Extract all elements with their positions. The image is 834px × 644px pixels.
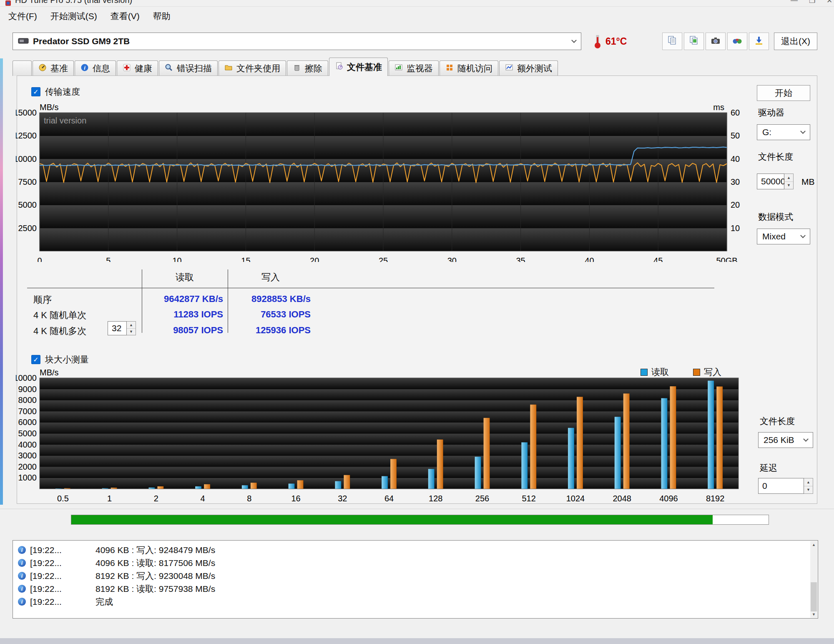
svg-text:10000: 10000 (16, 154, 37, 164)
sequential-write-value: 8928853 KB/s (227, 294, 311, 304)
exit-button[interactable]: 退出(X) (774, 33, 817, 50)
log-entry[interactable]: i[19:22...4096 KB : 读取: 8177506 MB/s (13, 556, 818, 569)
svg-text:32: 32 (338, 494, 347, 501)
queue-depth-spinner[interactable]: 32 ▲▼ (108, 321, 136, 335)
file-length-spinner[interactable]: 50000 ▲▼ (757, 174, 794, 189)
log-entry[interactable]: i[19:22...完成 (13, 595, 818, 608)
tab-label: 擦除 (305, 63, 322, 74)
info-icon: i (18, 598, 26, 606)
menu-file[interactable]: 文件(F) (2, 8, 44, 25)
drive-select-combo[interactable]: Predator SSD GM9 2TB (13, 33, 581, 50)
sequential-read-value: 9642877 KB/s (140, 294, 223, 304)
svg-text:trial version: trial version (44, 116, 86, 125)
log-entry[interactable]: i[19:22...8192 KB : 读取: 9757938 MB/s (13, 582, 818, 595)
spin-up-icon[interactable]: ▲ (784, 174, 793, 182)
svg-text:8: 8 (247, 494, 251, 501)
row-label-4k-multi: 4 K 随机多次 (33, 325, 86, 337)
info-icon: i (18, 546, 26, 554)
minimize-button[interactable]: — (791, 0, 798, 5)
svg-text:MB/s: MB/s (40, 104, 59, 112)
spin-up-icon[interactable]: ▲ (804, 478, 813, 486)
log-message: 4096 KB : 写入: 9248479 MB/s (95, 544, 215, 556)
log-timestamp: [19:22... (30, 571, 83, 581)
spin-up-icon[interactable]: ▲ (127, 322, 136, 329)
progress-bar (71, 515, 769, 525)
tab-info[interactable]: i信息 (75, 60, 116, 76)
tab-folder-usage[interactable]: 文件夹使用 (219, 60, 286, 76)
svg-text:40: 40 (585, 256, 594, 262)
spin-down-icon[interactable]: ▼ (127, 329, 136, 335)
scroll-down-icon[interactable]: ▼ (810, 611, 817, 618)
menu-help[interactable]: 帮助 (146, 8, 177, 25)
save-results-button[interactable] (749, 33, 769, 50)
tab-erase[interactable]: 擦除 (287, 60, 328, 76)
menu-view[interactable]: 查看(V) (104, 8, 146, 25)
tab-benchmark[interactable]: 基准 (33, 60, 74, 76)
block-file-length-label: 文件长度 (760, 415, 795, 427)
4k-single-read-value: 11283 IOPS (140, 309, 223, 320)
svg-text:7000: 7000 (18, 407, 37, 416)
tab-random-access[interactable]: 随机访问 (440, 60, 498, 76)
log-entry[interactable]: i[19:22...8192 KB : 写入: 9230048 MB/s (13, 569, 818, 582)
tab-label: 文件基准 (347, 61, 382, 73)
tab-extra-tests[interactable]: 额外测试 (499, 60, 558, 76)
ssd-icon (18, 36, 29, 46)
close-button[interactable]: ✕ (826, 0, 832, 5)
drive-letter-combo[interactable]: G: (757, 124, 810, 140)
queue-depth-value[interactable]: 32 (108, 321, 127, 335)
log-scrollbar[interactable]: ▲ ▼ (810, 541, 817, 618)
svg-text:i: i (84, 65, 85, 71)
log-timestamp: [19:22... (30, 597, 83, 607)
tab-error-scan[interactable]: 错误扫描 (159, 60, 218, 76)
scroll-up-icon[interactable]: ▲ (810, 541, 817, 548)
separator (0, 509, 834, 510)
copy-image-button[interactable] (684, 33, 704, 50)
log-entry[interactable]: i[19:22...4096 KB : 写入: 9248479 MB/s (13, 543, 818, 556)
view-button[interactable] (727, 33, 747, 50)
spin-down-icon[interactable]: ▼ (804, 486, 813, 494)
screenshot-button[interactable] (706, 33, 726, 50)
menu-bar: 文件(F) 开始测试(S) 查看(V) 帮助 (0, 7, 834, 26)
svg-text:5: 5 (106, 256, 111, 262)
tab-label: 基准 (50, 63, 68, 74)
tab-stub (13, 60, 32, 76)
block-size-checkbox[interactable]: ✓ 块大小测量 (31, 354, 89, 365)
tab-health[interactable]: 健康 (117, 60, 158, 76)
latency-spinner[interactable]: 0 ▲▼ (758, 478, 813, 494)
transfer-speed-label: 传输速度 (45, 86, 80, 98)
svg-text:256: 256 (475, 494, 489, 501)
latency-value[interactable]: 0 (758, 478, 804, 494)
menu-start-test[interactable]: 开始测试(S) (44, 8, 104, 25)
copy-text-button[interactable] (662, 33, 682, 50)
info-icon: i (80, 63, 89, 74)
data-mode-combo[interactable]: Mixed (757, 229, 810, 244)
window-title: HD Tune Pro 5.75 (trial version) (15, 0, 132, 5)
svg-text:30: 30 (731, 177, 740, 186)
start-button[interactable]: 开始 (757, 85, 810, 101)
tab-bar: 基准 i信息 健康 错误扫描 文件夹使用 擦除 文件基准 监视器 随机访问 额外… (13, 58, 559, 76)
tab-file-benchmark[interactable]: 文件基准 (329, 58, 388, 76)
copy-text-icon (667, 35, 677, 48)
svg-text:10000: 10000 (16, 373, 37, 382)
tab-monitor[interactable]: 监视器 (389, 60, 439, 76)
drive-combo-value: Predator SSD GM9 2TB (33, 36, 130, 46)
log-timestamp: [19:22... (30, 584, 83, 594)
svg-text:8192: 8192 (706, 494, 725, 501)
block-file-length-combo[interactable]: 256 KiB (758, 432, 813, 448)
chevron-down-icon (803, 436, 809, 442)
spin-down-icon[interactable]: ▼ (784, 182, 793, 189)
gauge-icon (38, 63, 47, 74)
tab-label: 监视器 (407, 63, 433, 74)
transfer-speed-checkbox[interactable]: ✓ 传输速度 (31, 86, 80, 98)
spinner-arrows: ▲▼ (804, 478, 813, 494)
thermometer-icon (594, 33, 601, 51)
magnifier-icon (165, 63, 173, 74)
file-length-value[interactable]: 50000 (757, 174, 784, 189)
row-label-sequential: 顺序 (33, 294, 52, 306)
transfer-speed-chart: trial versionMB/sms250050007500100001250… (16, 104, 752, 262)
scrollbar-thumb[interactable] (811, 582, 817, 611)
file-length-label: 文件长度 (758, 151, 793, 163)
tab-label: 文件夹使用 (236, 63, 280, 74)
4k-multi-write-value: 125936 IOPS (227, 325, 311, 336)
maximize-button[interactable]: ❐ (809, 0, 815, 5)
